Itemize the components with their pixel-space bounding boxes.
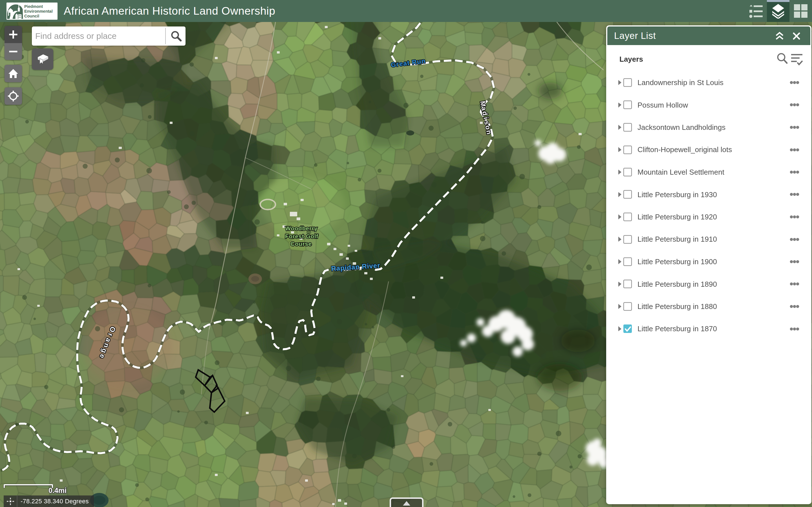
- svg-text:Little Petersburg in 1910: Little Petersburg in 1910: [638, 235, 717, 243]
- svg-text:Possum Hollow: Possum Hollow: [638, 101, 688, 109]
- svg-text:Little Petersburg in 1930: Little Petersburg in 1930: [638, 190, 717, 199]
- svg-text:Layers: Layers: [619, 55, 643, 63]
- svg-text:Little Petersburg in 1870: Little Petersburg in 1870: [638, 325, 717, 333]
- svg-text:Little Petersburg in 1920: Little Petersburg in 1920: [638, 213, 717, 221]
- svg-text:Piedmont: Piedmont: [24, 4, 43, 9]
- svg-text:Jacksontown Landholdings: Jacksontown Landholdings: [638, 123, 725, 131]
- svg-text:Council: Council: [24, 14, 39, 18]
- svg-text:Clifton-Hopewell_original lots: Clifton-Hopewell_original lots: [638, 145, 732, 154]
- svg-text:Mountain Level Settlement: Mountain Level Settlement: [638, 168, 725, 176]
- svg-text:Environmental: Environmental: [24, 9, 53, 13]
- svg-text:Little Petersburg in 1900: Little Petersburg in 1900: [638, 258, 717, 266]
- svg-text:Little Petersburg in 1890: Little Petersburg in 1890: [638, 280, 717, 288]
- svg-text:Little Petersburg in 1880: Little Petersburg in 1880: [638, 302, 717, 311]
- svg-text:Landownership in St Louis: Landownership in St Louis: [638, 78, 723, 87]
